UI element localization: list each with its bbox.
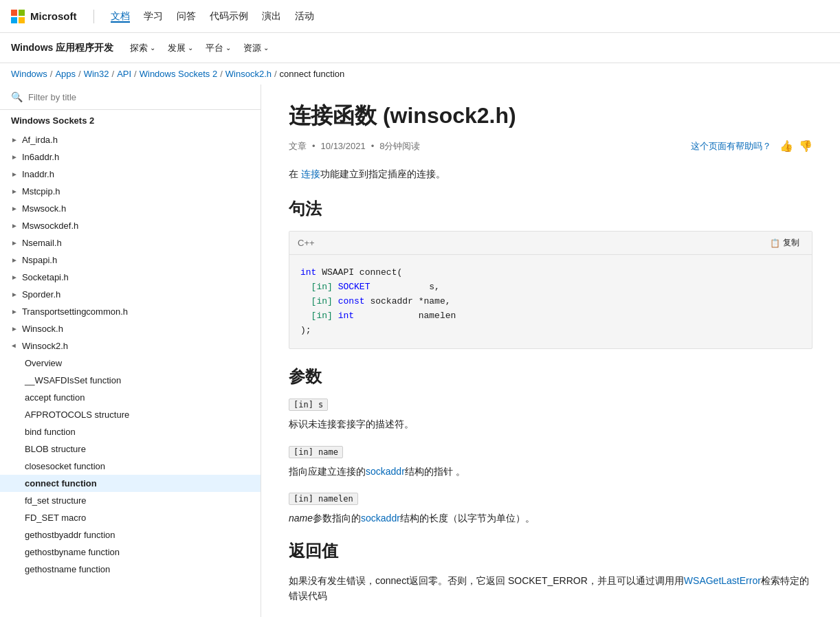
sidebar-sub-fdset[interactable]: fd_set structure [0,492,261,509]
code-line-3: [in] const sockaddr *name, [300,295,801,309]
breadcrumb-win32[interactable]: Win32 [84,69,109,79]
code-line-5: ); [300,324,801,338]
arrow-icon: ► [11,136,18,144]
sidebar-item-in6addrh[interactable]: ► In6addr.h [0,148,261,166]
second-nav-resources[interactable]: 资源 ⌄ [238,39,274,57]
sidebar-sub-bind[interactable]: bind function [0,423,261,440]
sidebar-item-mstcpiph[interactable]: ► Mstcpip.h [0,183,261,200]
article-intro: 在 连接功能建立到指定插座的连接。 [289,166,813,181]
param-name-desc: 指向应建立连接的sockaddr结构的指针 。 [289,464,813,479]
breadcrumb-api[interactable]: API [117,69,131,79]
copy-icon: 📋 [770,238,780,248]
syntax-title: 句法 [289,198,813,220]
sidebar-item-winsockh[interactable]: ► Winsock.h [0,320,261,337]
nav-link-learn[interactable]: 学习 [144,10,163,21]
sidebar-section-title: Windows Sockets 2 [0,110,261,131]
sidebar-item-transportsettingcommonh[interactable]: ► Transportsettingcommon.h [0,303,261,320]
sidebar-item-mswsockdefh[interactable]: ► Mswsockdef.h [0,217,261,234]
sidebar-sub-closesocket[interactable]: closesocket function [0,458,261,475]
microsoft-logo[interactable]: Microsoft [11,10,77,23]
platform-chevron-icon: ⌄ [225,44,231,52]
second-navigation: Windows 应用程序开发 探索 ⌄ 发展 ⌄ 平台 ⌄ 资源 ⌄ [0,33,840,63]
arrow-icon: ► [11,170,18,178]
top-navigation: Microsoft 文档 学习 问答 代码示例 演出 活动 [0,0,840,33]
filter-icon: 🔍 [11,91,23,102]
feedback-link[interactable]: 这个页面有帮助吗？ [691,140,771,153]
code-body: int WSAAPI connect( [in] SOCKET s, [in] … [289,255,812,348]
breadcrumb-sep-2: / [78,69,81,79]
sidebar-sub-gethostbyaddr[interactable]: gethostbyaddr function [0,526,261,543]
code-block: C++ 📋 复制 int WSAAPI connect( [in] SOCKET… [289,231,813,349]
article-read-time: 8分钟阅读 [379,140,420,153]
breadcrumb-current: connect function [280,69,345,79]
param-namelen-desc: name参数指向的sockaddr结构的长度（以字节为单位）。 [289,511,813,526]
sidebar-sub-connect[interactable]: connect function [0,475,261,492]
sidebar-item-winsock2h[interactable]: ▼ Winsock2.h [0,337,261,355]
arrow-icon: ► [11,308,18,315]
param-s-desc: 标识未连接套接字的描述符。 [289,416,813,431]
arrow-down-icon: ▼ [10,343,18,350]
nav-link-events[interactable]: 演出 [262,10,281,21]
thumbs-down-icon[interactable]: 👎 [799,139,813,153]
nav-link-activities[interactable]: 活动 [295,10,314,21]
code-lang: C++ [298,238,315,248]
sidebar: 🔍 Windows Sockets 2 ► Af_irda.h ► In6add… [0,85,261,617]
connect-link[interactable]: 连接 [301,168,320,179]
sidebar-item-afirdah[interactable]: ► Af_irda.h [0,131,261,148]
nav-divider [93,10,94,23]
sidebar-sub-fdset-macro[interactable]: FD_SET macro [0,509,261,526]
sidebar-sub-accept[interactable]: accept function [0,389,261,406]
param-name-tag: [in] name [289,446,343,458]
arrow-icon: ► [11,188,18,195]
sidebar-filter-container: 🔍 [0,85,261,110]
breadcrumb-winsock2h[interactable]: Winsock2.h [225,69,272,79]
sidebar-sub-overview[interactable]: Overview [0,355,261,372]
meta-separator-2: • [371,141,375,151]
code-line-1: int WSAAPI connect( [300,266,801,280]
sidebar-filter-input[interactable] [28,92,250,102]
second-nav-explore[interactable]: 探索 ⌄ [124,39,161,57]
copy-label: 复制 [783,237,799,249]
sidebar-item-inaddrh[interactable]: ► Inaddr.h [0,166,261,183]
nav-link-docs[interactable]: 文档 [111,10,130,23]
article-meta-left: 文章 • 10/13/2021 • 8分钟阅读 [289,140,420,153]
arrow-icon: ► [11,153,18,161]
second-nav-links: 探索 ⌄ 发展 ⌄ 平台 ⌄ 资源 ⌄ [124,39,274,57]
sidebar-item-mswsockh[interactable]: ► Mswsock.h [0,200,261,217]
sidebar-item-nsemailh[interactable]: ► Nsemail.h [0,234,261,251]
article-meta-right: 这个页面有帮助吗？ 👍 👎 [691,139,813,153]
second-nav-develop[interactable]: 发展 ⌄ [162,39,199,57]
breadcrumb-windows[interactable]: Windows [11,69,47,79]
nav-link-samples[interactable]: 代码示例 [210,10,248,21]
thumbs-up-icon[interactable]: 👍 [780,139,793,153]
sidebar-item-sporderh[interactable]: ► Sporder.h [0,286,261,303]
sockaddr-link-name[interactable]: sockaddr [366,466,405,477]
nav-link-qa[interactable]: 问答 [177,10,196,21]
arrow-icon: ► [11,256,18,264]
sockaddr-link-namelen[interactable]: sockaddr [361,513,400,524]
top-nav-links: 文档 学习 问答 代码示例 演出 活动 [111,10,314,23]
breadcrumb-sep-1: / [50,69,53,79]
sidebar-sub-wsafdisset[interactable]: __WSAFDIsSet function [0,372,261,389]
arrow-icon: ► [11,325,18,333]
sidebar-sub-gethostname[interactable]: gethostname function [0,561,261,578]
param-s-tag-wrapper: [in] s [289,399,813,416]
arrow-icon: ► [11,239,18,247]
article-meta: 文章 • 10/13/2021 • 8分钟阅读 这个页面有帮助吗？ 👍 👎 [289,139,813,153]
copy-button[interactable]: 📋 复制 [766,236,804,250]
sidebar-item-socketapih[interactable]: ► Socketapi.h [0,269,261,286]
breadcrumb-sep-5: / [220,69,223,79]
wsagetlasterror-link[interactable]: WSAGetLastError [684,575,761,586]
arrow-icon: ► [11,273,18,281]
second-nav-platform[interactable]: 平台 ⌄ [200,39,236,57]
sidebar-sub-gethostbyname[interactable]: gethostbyname function [0,543,261,561]
sidebar-item-nspapih[interactable]: ► Nspapi.h [0,251,261,269]
ms-logo-grid [11,10,25,23]
breadcrumb-apps[interactable]: Apps [55,69,76,79]
sidebar-sub-blob[interactable]: BLOB structure [0,440,261,458]
return-desc: 如果没有发生错误，connect返回零。否则，它返回 SOCKET_ERROR，… [289,573,813,604]
sidebar-sub-afprotocols[interactable]: AFPROTOCOLS structure [0,406,261,423]
main-layout: 🔍 Windows Sockets 2 ► Af_irda.h ► In6add… [0,85,840,617]
breadcrumb: Windows / Apps / Win32 / API / Windows S… [0,63,840,85]
breadcrumb-winsock2[interactable]: Windows Sockets 2 [140,69,217,79]
